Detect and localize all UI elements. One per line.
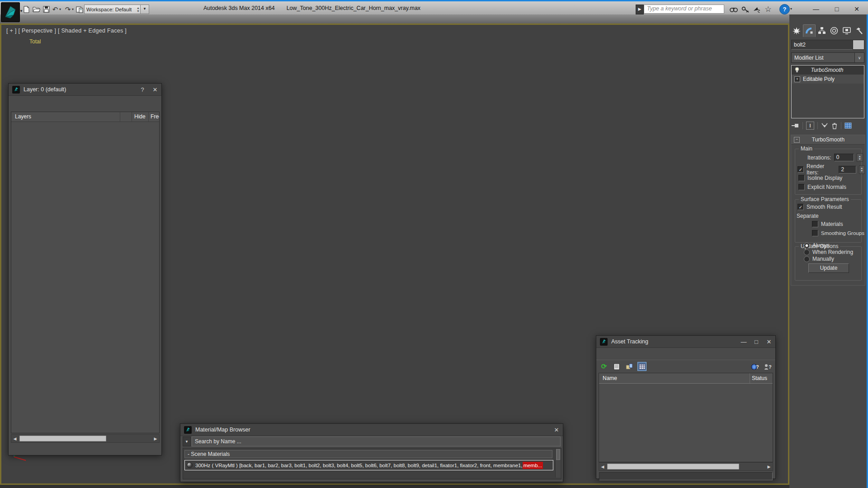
rollout-header[interactable]: − TurboSmooth — [791, 135, 865, 145]
refresh-icon[interactable]: ⟳ — [600, 362, 608, 371]
search-collapse-button[interactable]: ▶ — [636, 5, 644, 14]
smoothing-groups-checkbox[interactable] — [812, 230, 818, 236]
save-button[interactable] — [42, 5, 51, 14]
layer-toolbar — [10, 96, 159, 112]
scroll-right-icon[interactable]: ▶ — [765, 465, 773, 469]
svg-text:?: ? — [769, 364, 772, 370]
object-color-swatch[interactable] — [853, 40, 864, 50]
materials-checkbox[interactable] — [812, 221, 818, 227]
pick-endresult-icon[interactable] — [821, 122, 828, 129]
workspace-flyout-button[interactable]: ▼ — [140, 5, 149, 14]
layer-dialog-titlebar[interactable]: Layer: 0 (default) ? ✕ — [9, 84, 161, 96]
close-button[interactable]: ✕ — [850, 4, 863, 14]
stack-item-turbosmooth[interactable]: TurboSmooth — [792, 66, 864, 75]
vault-help-icon[interactable]: ? — [751, 362, 759, 371]
expand-plus-icon[interactable]: + — [794, 76, 800, 82]
stats-total-header: Total — [29, 38, 41, 46]
render-iters-spinner[interactable]: ▲▼ — [859, 165, 865, 174]
modifier-stack[interactable]: TurboSmooth + Editable Poly — [791, 65, 864, 118]
scene-materials-header[interactable]: - Scene Materials — [184, 450, 552, 458]
manually-radio[interactable] — [804, 256, 810, 262]
bitmap-performance-icon[interactable] — [625, 362, 633, 371]
tab-motion[interactable] — [828, 24, 840, 37]
when-rendering-radio[interactable] — [804, 249, 810, 255]
modifier-stack-toolbar: I — [791, 120, 863, 131]
iterations-field[interactable]: 0 — [834, 154, 854, 161]
render-iters-field[interactable]: 2 — [839, 166, 856, 174]
report-view-icon[interactable] — [613, 362, 621, 371]
tab-utilities[interactable] — [853, 24, 866, 37]
help-dropdown[interactable]: ▾ — [790, 7, 794, 11]
help-button[interactable]: ? — [779, 4, 790, 14]
material-item-300hz[interactable]: 300Hz ( VRayMtl ) [back, bar1, bar2, bar… — [184, 460, 553, 470]
stack-item-editable-poly[interactable]: + Editable Poly — [792, 75, 864, 84]
update-button[interactable]: Update — [808, 263, 849, 273]
asset-tracking-toolbar: ⟳ ? ? — [596, 360, 775, 373]
3dsmax-mini-logo-icon — [600, 338, 608, 346]
asset-table-header[interactable]: Name Status — [599, 373, 773, 384]
object-name-field[interactable]: bolt2 — [791, 40, 855, 50]
communication-center-icon[interactable] — [729, 5, 739, 14]
material-list: - Scene Materials 300Hz ( VRayMtl ) [bac… — [183, 448, 561, 479]
material-browser-close-button[interactable]: ✕ — [550, 427, 563, 433]
scroll-left-icon[interactable]: ◀ — [599, 465, 606, 469]
svg-text:?: ? — [756, 364, 759, 370]
layer-list-header[interactable]: Layers Hide Freeze — [11, 112, 159, 122]
modifier-list-dropdown[interactable]: Modifier List ∨ — [791, 52, 864, 63]
layer-help-button[interactable]: ? — [136, 86, 149, 93]
application-menu-button[interactable] — [1, 2, 20, 22]
undo-dropdown[interactable]: ▾ — [59, 8, 63, 11]
maximize-button[interactable]: □ — [830, 4, 844, 14]
favorites-star-icon[interactable]: ☆ — [763, 5, 773, 14]
render-iters-row: ✓ Render Iters: 2 ▲▼ — [797, 163, 865, 176]
scroll-left-icon[interactable]: ◀ — [11, 436, 19, 441]
asset-close-button[interactable]: ✕ — [763, 338, 775, 345]
sign-in-key-icon[interactable] — [741, 5, 750, 14]
scrollbar-thumb[interactable] — [607, 464, 739, 469]
asset-maximize-button[interactable]: □ — [750, 338, 763, 345]
configure-modifier-sets-icon[interactable] — [844, 122, 852, 129]
new-scene-button[interactable] — [22, 5, 31, 14]
redo-button[interactable]: ↷ — [63, 5, 72, 14]
open-file-button[interactable] — [32, 5, 41, 14]
login-help-icon[interactable]: ? — [764, 362, 772, 371]
smooth-result-checkbox[interactable]: ✓ — [797, 204, 804, 210]
iterations-spinner[interactable]: ▲▼ — [857, 153, 863, 162]
viewport-label[interactable]: [ + ] [ Perspective ] [ Shaded + Edged F… — [6, 28, 127, 34]
search-options-icon[interactable]: ▼ — [183, 436, 191, 446]
asset-tracking-menubar — [596, 348, 775, 360]
app-menu-caret[interactable]: ▼ — [19, 9, 23, 13]
3dsmax-mini-logo-icon — [184, 426, 192, 434]
isoline-display-checkbox[interactable] — [798, 175, 805, 181]
minimize-button[interactable]: — — [809, 4, 823, 14]
material-search-input[interactable]: Search by Name ... — [192, 436, 561, 446]
asset-tracking-titlebar[interactable]: Asset Tracking — □ ✕ — [596, 336, 775, 348]
pin-stack-icon[interactable] — [791, 122, 799, 129]
material-browser-titlebar[interactable]: Material/Map Browser ✕ — [180, 424, 563, 436]
scrollbar-thumb[interactable] — [19, 436, 106, 441]
tab-hierarchy[interactable] — [816, 24, 828, 37]
layer-horizontal-scrollbar[interactable]: ◀ ▶ — [11, 434, 160, 443]
explicit-normals-checkbox[interactable] — [798, 184, 805, 190]
undo-button[interactable]: ↶ — [51, 5, 60, 14]
tab-modify[interactable] — [803, 24, 816, 37]
communication-satellite-icon[interactable] — [751, 5, 761, 14]
render-iters-checkbox[interactable]: ✓ — [797, 166, 804, 173]
workspace-selector[interactable]: Workspace: Default ▲▼ — [84, 5, 142, 14]
remove-modifier-icon[interactable] — [831, 122, 838, 129]
collapse-rollout-icon[interactable]: − — [794, 137, 800, 143]
project-folder-button[interactable] — [75, 5, 84, 14]
make-unique-icon[interactable]: I — [806, 122, 814, 130]
material-list-scrollbar[interactable] — [555, 449, 561, 478]
lightbulb-icon[interactable] — [794, 67, 800, 73]
3dsmax-window: Autodesk 3ds Max 2014 x64Low_Tone_300Hz_… — [0, 0, 868, 488]
layer-close-button[interactable]: ✕ — [149, 86, 161, 93]
scroll-right-icon[interactable]: ▶ — [152, 436, 159, 441]
table-view-icon[interactable] — [638, 362, 646, 371]
help-search-input[interactable]: Type a keyword or phrase — [644, 5, 724, 14]
always-radio[interactable] — [804, 243, 810, 249]
tab-create[interactable] — [790, 24, 803, 37]
asset-horizontal-scrollbar[interactable]: ◀ ▶ — [599, 462, 773, 471]
asset-minimize-button[interactable]: — — [737, 338, 750, 345]
tab-display[interactable] — [840, 24, 853, 37]
